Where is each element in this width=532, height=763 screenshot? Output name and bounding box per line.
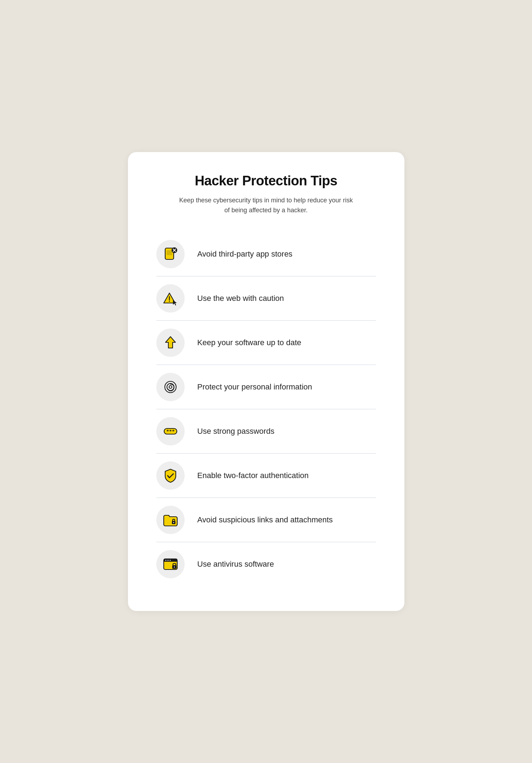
warning-cursor-icon <box>156 284 185 313</box>
svg-text:***: *** <box>166 428 175 434</box>
svg-point-18 <box>165 560 166 561</box>
folder-lock-icon <box>156 506 185 534</box>
tip-label-web-caution: Use the web with caution <box>197 294 284 303</box>
card-subtitle: Keep these cybersecurity tips in mind to… <box>178 196 355 215</box>
password-icon: *** <box>156 417 185 445</box>
svg-point-14 <box>173 522 174 523</box>
svg-rect-1 <box>167 250 172 255</box>
tip-label-two-factor: Enable two-factor authentication <box>197 471 309 480</box>
upload-arrow-icon <box>156 329 185 357</box>
tip-item-software-update: Keep your software up to date <box>156 321 376 365</box>
svg-point-19 <box>167 560 168 561</box>
tip-label-suspicious-links: Avoid suspicious links and attachments <box>197 515 333 524</box>
tip-item-avoid-app-stores: Avoid third-party app stores <box>156 232 376 276</box>
tip-item-suspicious-links: Avoid suspicious links and attachments <box>156 498 376 542</box>
tip-label-personal-info: Protect your personal information <box>197 382 312 392</box>
svg-point-22 <box>174 567 175 568</box>
svg-point-20 <box>169 560 170 561</box>
fingerprint-icon <box>156 373 185 401</box>
antivirus-icon <box>156 550 185 578</box>
svg-marker-7 <box>166 337 175 348</box>
svg-point-6 <box>169 301 170 302</box>
tip-label-avoid-app-stores: Avoid third-party app stores <box>197 249 293 259</box>
main-card: Hacker Protection Tips Keep these cybers… <box>128 152 404 611</box>
tips-list: Avoid third-party app stores Use the web… <box>156 232 376 586</box>
shield-check-icon <box>156 461 185 490</box>
tip-label-antivirus: Use antivirus software <box>197 560 274 569</box>
tip-label-strong-passwords: Use strong passwords <box>197 427 275 436</box>
tip-item-web-caution: Use the web with caution <box>156 276 376 321</box>
tip-label-software-update: Keep your software up to date <box>197 338 302 347</box>
tip-item-two-factor: Enable two-factor authentication <box>156 454 376 498</box>
tip-item-strong-passwords: *** Use strong passwords <box>156 409 376 454</box>
app-store-x-icon <box>156 240 185 268</box>
tip-item-antivirus: Use antivirus software <box>156 542 376 586</box>
tip-item-personal-info: Protect your personal information <box>156 365 376 409</box>
svg-point-10 <box>169 386 172 388</box>
card-title: Hacker Protection Tips <box>156 173 376 189</box>
